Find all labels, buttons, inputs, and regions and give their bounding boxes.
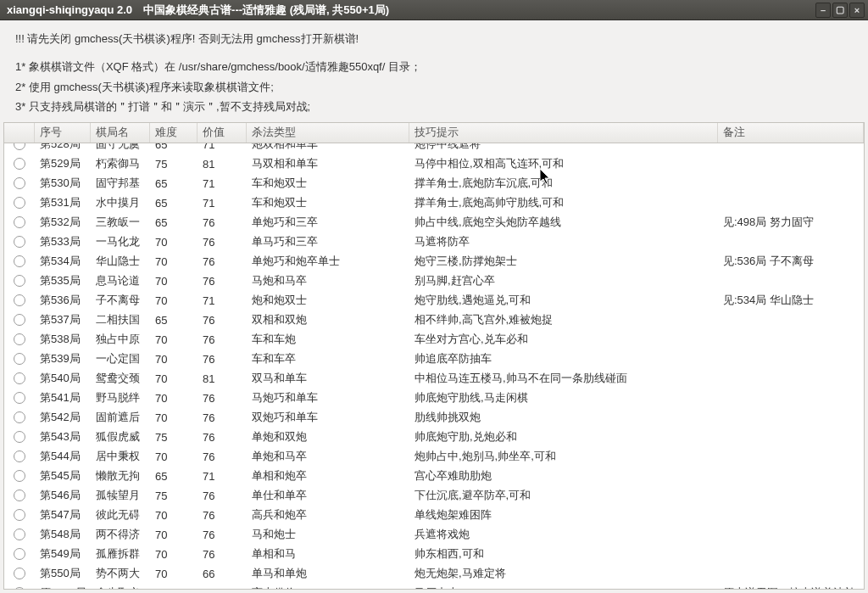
table-row[interactable]: 第548局两不得济7076马和炮士兵遮将戏炮 [4,525,864,545]
table-row[interactable]: 第547局彼此无碍7076高兵和炮卒单线炮架难困阵 [4,506,864,525]
cell-seq: 第538局 [35,330,91,350]
row-radio[interactable] [4,486,35,506]
cell-tip: 炮帅占中,炮别马,帅坐卒,可和 [409,447,718,467]
row-radio[interactable] [4,447,35,467]
col-note[interactable]: 备注 [718,123,864,143]
cell-type: 马炮和马卒 [247,271,409,291]
row-radio[interactable] [4,174,35,193]
row-radio[interactable] [4,369,35,389]
table-row[interactable]: 第542局固前遮后7076双炮巧和单车肋线帅挑双炮 [4,408,864,428]
window-title: xiangqi-shiqingyaqu 2.0 中国象棋经典古谱---适情雅趣 … [3,3,815,18]
table-row[interactable]: 第545局懒散无拘6571单相和炮卒宫心卒难助肋炮 [4,467,864,486]
table-row[interactable]: 原_227局舍生取义7575离士借位马压中士原古谱无图。按古谱着法补 [4,584,864,589]
row-radio[interactable] [4,213,35,232]
row-radio[interactable] [4,271,35,291]
table-row[interactable]: 第528局固守无虞6571炮双相和单车炮停中线遮将 [4,143,864,154]
cell-note [718,174,864,193]
cell-tip: 撑羊角士,底炮防车沉底,可和 [409,174,718,193]
row-radio[interactable] [4,389,35,408]
cell-name: 狐假虎威 [91,428,150,447]
cell-tip: 帅底炮守肋线,马走闲棋 [409,389,718,408]
game-table: 序号 棋局名 难度 价值 杀法类型 技巧提示 备注 第528局固守无虞6571炮… [3,122,865,590]
table-row[interactable]: 第536局子不离母7071炮和炮双士炮守肋线,遇炮逼兑,可和见:534局 华山隐… [4,291,864,310]
row-radio[interactable] [4,408,35,428]
table-row[interactable]: 第531局水中摸月6571车和炮双士撑羊角士,底炮高帅守肋线,可和 [4,193,864,213]
col-seq[interactable]: 序号 [35,123,91,143]
row-radio[interactable] [4,232,35,252]
cell-seq: 第543局 [35,428,91,447]
row-radio[interactable] [4,330,35,350]
row-radio[interactable] [4,467,35,486]
cell-type: 单马和单炮 [247,564,409,584]
cell-val: 76 [198,350,247,369]
cell-diff: 65 [150,213,198,232]
cell-tip: 马遮将防卒 [409,232,718,252]
table-row[interactable]: 第535局息马论道7076马炮和马卒别马脚,赶宫心卒 [4,271,864,291]
table-row[interactable]: 第544局居中秉权7076单炮和马卒炮帅占中,炮别马,帅坐卒,可和 [4,447,864,467]
table-row[interactable]: 第539局一心定国7076车和车卒帅追底卒防抽车 [4,350,864,369]
table-row[interactable]: 第540局鸳鸯交颈7081双马和单车中相位马连五楼马,帅马不在同一条肋线碰面 [4,369,864,389]
cell-name: 子不离母 [91,291,150,310]
col-val[interactable]: 价值 [198,123,247,143]
row-radio[interactable] [4,506,35,525]
table-row[interactable]: 第534局华山隐士7076单炮巧和炮卒单士炮守三楼,防撑炮架士见:536局 子不… [4,252,864,271]
cell-val: 71 [198,291,247,310]
row-radio[interactable] [4,154,35,174]
cell-val: 76 [198,310,247,330]
table-row[interactable]: 第549局孤雁拆群7076单相和马帅东相西,可和 [4,545,864,564]
row-radio[interactable] [4,545,35,564]
cell-tip: 下仕沉底,避卒防卒,可和 [409,486,718,506]
cell-name: 华山隐士 [91,252,150,271]
cell-name: 野马脱绊 [91,389,150,408]
table-row[interactable]: 第529局朽索御马7581马双相和单车马停中相位,双相高飞连环,可和 [4,154,864,174]
cell-val: 76 [198,428,247,447]
maximize-button[interactable]: ▢ [832,3,848,18]
row-radio[interactable] [4,564,35,584]
cell-seq: 第528局 [35,143,91,154]
row-radio[interactable] [4,310,35,330]
cell-type: 双马和单车 [247,369,409,389]
table-row[interactable]: 第538局独占中原7076车和车炮车坐对方宫心,兑车必和 [4,330,864,350]
cell-type: 单炮巧和炮卒单士 [247,252,409,271]
table-body[interactable]: 第528局固守无虞6571炮双相和单车炮停中线遮将第529局朽索御马7581马双… [4,143,864,589]
cell-tip: 帅追底卒防抽车 [409,350,718,369]
cell-name: 居中秉权 [91,447,150,467]
table-row[interactable]: 第530局固守邦基6571车和炮双士撑羊角士,底炮防车沉底,可和 [4,174,864,193]
col-name[interactable]: 棋局名 [91,123,150,143]
cell-val: 76 [198,389,247,408]
row-radio[interactable] [4,193,35,213]
row-radio[interactable] [4,428,35,447]
table-row[interactable]: 第543局狐假虎威7576单炮和双炮帅底炮守肋,兑炮必和 [4,428,864,447]
cell-name: 固守无虞 [91,143,150,154]
table-row[interactable]: 第546局孤犊望月7576单仕和单卒下仕沉底,避卒防卒,可和 [4,486,864,506]
table-row[interactable]: 第532局三教皈一6576单炮巧和三卒帅占中线,底炮空头炮防卒越线见:498局 … [4,213,864,232]
table-row[interactable]: 第550局势不两大7066单马和单炮炮无炮架,马难定将 [4,564,864,584]
col-diff[interactable]: 难度 [150,123,198,143]
cell-val: 71 [198,143,247,154]
row-radio[interactable] [4,584,35,589]
table-row[interactable]: 第533局一马化龙7076单马巧和三卒马遮将防卒 [4,232,864,252]
row-radio[interactable] [4,143,35,154]
col-tip[interactable]: 技巧提示 [409,123,718,143]
cell-tip: 炮无炮架,马难定将 [409,564,718,584]
window-titlebar: xiangqi-shiqingyaqu 2.0 中国象棋经典古谱---适情雅趣 … [0,0,868,20]
table-row[interactable]: 第541局野马脱绊7076马炮巧和单车帅底炮守肋线,马走闲棋 [4,389,864,408]
cell-diff: 70 [150,506,198,525]
cell-val: 76 [198,252,247,271]
col-type[interactable]: 杀法类型 [247,123,409,143]
row-radio[interactable] [4,291,35,310]
table-row[interactable]: 第537局二相扶国6576双相和双炮相不绊帅,高飞宫外,难被炮捉 [4,310,864,330]
cell-name: 独占中原 [91,330,150,350]
cell-tip: 炮守三楼,防撑炮架士 [409,252,718,271]
cell-type: 车和炮双士 [247,174,409,193]
cell-type: 单马巧和三卒 [247,232,409,252]
row-radio[interactable] [4,252,35,271]
row-radio[interactable] [4,350,35,369]
cell-val: 81 [198,154,247,174]
minimize-button[interactable]: – [815,3,831,18]
row-radio[interactable] [4,525,35,545]
close-button[interactable]: × [849,3,865,18]
cell-note: 见:534局 华山隐士 [718,291,864,310]
cell-tip: 肋线帅挑双炮 [409,408,718,428]
cell-seq: 第529局 [35,154,91,174]
